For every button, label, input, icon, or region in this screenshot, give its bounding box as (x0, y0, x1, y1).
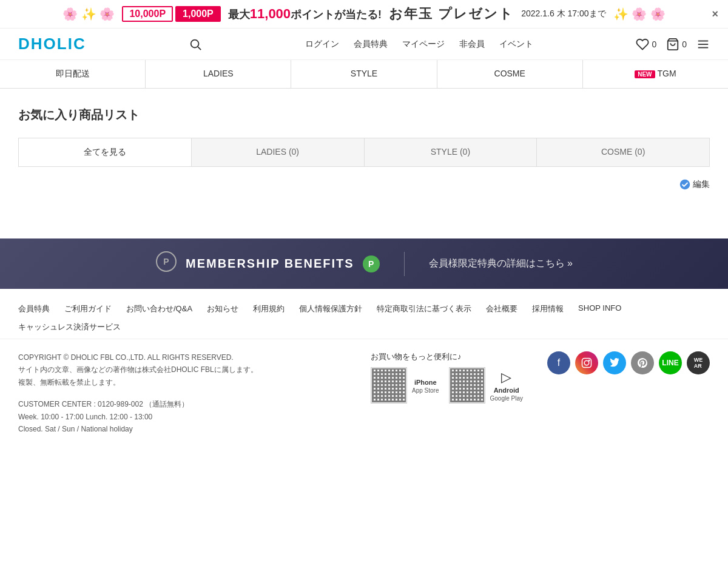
iphone-qr (371, 367, 407, 404)
footer-app: お買い物をもっと便利に♪ iPhone App Store ▷ Android … (371, 351, 523, 404)
edit-button[interactable]: 編集 (679, 179, 710, 190)
footer-info: COPYRIGHT © DHOLIC FBL CO.,LTD. ALL RIGH… (18, 351, 346, 435)
category-nav: 即日配送 LADIES STYLE COSME NEWTGM (0, 60, 728, 89)
membership-title: MEMBERSHIP BENEFITS (186, 257, 354, 271)
banner-deco-right: ✨ 🌸 🌸 (613, 7, 666, 21)
banner-highlight: 11,000 (250, 6, 291, 21)
pinterest-button[interactable] (631, 351, 654, 374)
membership-banner: P MEMBERSHIP BENEFITS P 会員様限定特典の詳細はこちら » (0, 238, 728, 289)
cart-button[interactable]: 0 (666, 38, 687, 51)
banner-close-button[interactable]: × (712, 8, 718, 21)
banner-point1: 10,000P (122, 6, 173, 22)
membership-icon: P (155, 251, 177, 277)
tab-style[interactable]: STYLE (0) (365, 138, 538, 166)
footer-copyright: COPYRIGHT © DHOLIC FBL CO.,LTD. ALL RIGH… (18, 351, 346, 364)
membership-p-icon: P (363, 255, 380, 272)
header: DHOLIC ログイン 会員特典 マイページ 非会員 イベント 0 0 (0, 29, 728, 60)
tab-all[interactable]: 全てを見る (19, 138, 192, 166)
nav-style[interactable]: STYLE (291, 60, 437, 88)
menu-button[interactable] (696, 38, 710, 51)
line-button[interactable]: LINE (659, 351, 682, 374)
twitter-button[interactable] (603, 351, 626, 374)
footer-links: 会員特典 ご利用ガイド お問い合わせ/Q&A お知らせ 利用規約 個人情報保護方… (0, 289, 728, 339)
new-badge: NEW (635, 70, 655, 78)
footer-link-cashless[interactable]: キャッシュレス決済サービス (18, 322, 121, 333)
check-icon (679, 179, 690, 190)
facebook-button[interactable]: f (547, 351, 570, 374)
app-stores: iPhone App Store ▷ Android Google Play (371, 367, 523, 404)
iphone-store-name: iPhone (414, 379, 437, 386)
pin-icon (638, 358, 647, 368)
instagram-icon (581, 357, 592, 368)
membership-link[interactable]: 会員様限定特典の詳細はこちら » (429, 257, 573, 270)
search-icon (189, 38, 202, 51)
banner-text: 最大11,000ポイントが当たる! (228, 6, 382, 22)
heart-icon (636, 38, 649, 51)
footer-link-shopinfo[interactable]: SHOP INFO (578, 303, 621, 314)
footer-link-membership[interactable]: 会員特典 (18, 303, 50, 314)
footer-customer-center: CUSTOMER CENTER : 0120-989-002 （通話無料） (18, 398, 346, 410)
svg-point-11 (588, 360, 590, 361)
footer-app-title: お買い物をもっと便利に♪ (371, 351, 523, 362)
nav-mypage[interactable]: マイページ (402, 39, 445, 50)
footer-link-company[interactable]: 会社概要 (486, 303, 517, 314)
footer-link-privacy[interactable]: 個人情報保護方針 (299, 303, 362, 314)
wishlist-button[interactable]: 0 (636, 38, 656, 51)
nav-cosme[interactable]: COSME (437, 60, 583, 88)
footer-notice1: サイト内の文章、画像などの著作物は株式会社DHOLIC FBLに属します。 (18, 364, 346, 376)
svg-text:P: P (163, 257, 169, 266)
nav-sameday[interactable]: 即日配送 (0, 60, 146, 88)
nav-login[interactable]: ログイン (305, 39, 339, 50)
banner-prefix: 最大 (228, 8, 250, 21)
page-title: お気に入り商品リスト (18, 107, 710, 123)
header-icons: 0 0 (636, 38, 710, 51)
banner-suffix: ポイントが当たる! (291, 8, 382, 21)
tab-cosme[interactable]: COSME (0) (537, 138, 709, 166)
edit-row: 編集 (18, 179, 710, 190)
banner-title: お年玉 プレゼント (389, 5, 514, 23)
top-banner: 🌸 ✨ 🌸 10,000P 1,000P 最大11,000ポイントが当たる! お… (0, 0, 728, 29)
footer-hours2: Closed. Sat / Sun / National holiday (18, 423, 346, 435)
iphone-store[interactable]: iPhone App Store (371, 367, 439, 404)
twitter-icon (610, 358, 619, 368)
footer-link-terms[interactable]: 利用規約 (253, 303, 285, 314)
iphone-store-label: iPhone App Store (412, 377, 439, 394)
membership-divider (404, 252, 405, 276)
instagram-button[interactable] (575, 351, 598, 374)
social-icons: f LINE WEAR (547, 351, 710, 374)
nav-tgm[interactable]: NEWTGM (583, 60, 728, 88)
footer-link-guide[interactable]: ご利用ガイド (64, 303, 112, 314)
footer-bottom: COPYRIGHT © DHOLIC FBL CO.,LTD. ALL RIGH… (0, 339, 728, 447)
android-store-label: ▷ Android Google Play (490, 370, 523, 402)
footer-link-recruit[interactable]: 採用情報 (532, 303, 564, 314)
iphone-store-sub: App Store (412, 387, 439, 394)
nav-benefits[interactable]: 会員特典 (354, 39, 388, 50)
menu-icon (696, 38, 710, 51)
android-qr (449, 367, 485, 404)
footer-link-contact[interactable]: お問い合わせ/Q&A (126, 303, 192, 314)
cart-count: 0 (682, 39, 687, 49)
banner-date: 2022.1.6 木 17:00まで (521, 8, 605, 19)
page-content: お気に入り商品リスト 全てを見る LADIES (0) STYLE (0) CO… (0, 89, 728, 238)
android-store-name: Android (494, 387, 519, 394)
svg-line-1 (198, 47, 201, 50)
cart-icon (666, 38, 679, 51)
wechat-button[interactable]: WEAR (687, 351, 710, 374)
android-store[interactable]: ▷ Android Google Play (449, 367, 523, 404)
footer-notice2: 複製、無断転載を禁止します。 (18, 376, 346, 388)
search-button[interactable] (189, 38, 202, 51)
membership-left: P MEMBERSHIP BENEFITS P (155, 251, 380, 277)
footer-link-trade[interactable]: 特定商取引法に基づく表示 (377, 303, 471, 314)
footer-hours1: Week. 10:00 - 17:00 Lunch. 12:00 - 13:00 (18, 411, 346, 423)
banner-point2: 1,000P (175, 6, 221, 22)
svg-rect-9 (582, 359, 592, 368)
svg-point-6 (680, 180, 690, 190)
banner-points: 10,000P 1,000P (122, 6, 220, 22)
nav-nonmember[interactable]: 非会員 (459, 39, 485, 50)
tab-ladies[interactable]: LADIES (0) (192, 138, 365, 166)
footer-link-news[interactable]: お知らせ (207, 303, 238, 314)
nav-event[interactable]: イベント (499, 39, 533, 50)
banner-deco-left: 🌸 ✨ 🌸 (62, 7, 115, 21)
nav-ladies[interactable]: LADIES (146, 60, 291, 88)
logo[interactable]: DHOLIC (18, 35, 86, 53)
